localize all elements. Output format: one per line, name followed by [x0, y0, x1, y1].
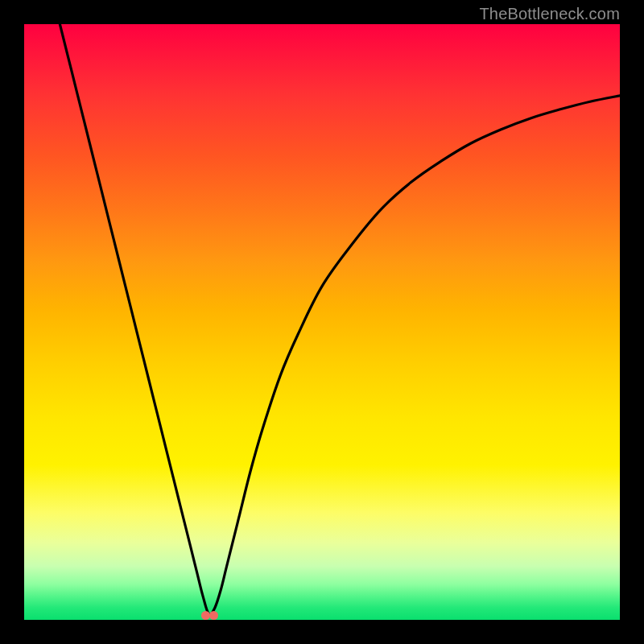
- chart-frame: TheBottleneck.com: [0, 0, 644, 644]
- watermark-text: TheBottleneck.com: [479, 5, 620, 23]
- optimal-point-b: [209, 611, 218, 620]
- bottleneck-curve: [24, 24, 620, 620]
- plot-area: [24, 24, 620, 620]
